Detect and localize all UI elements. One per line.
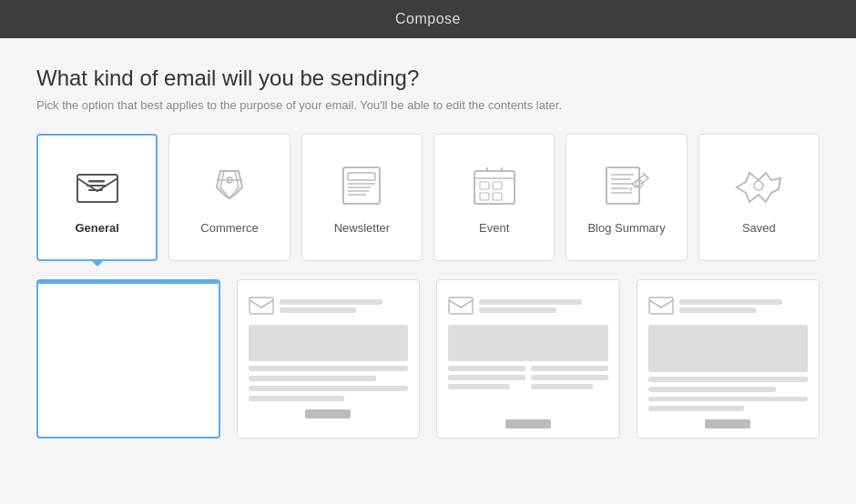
selected-arrow	[90, 259, 105, 267]
svg-rect-32	[449, 297, 473, 314]
tmpl-bar	[531, 366, 608, 371]
svg-rect-17	[480, 182, 489, 189]
tmpl-bar	[448, 366, 525, 371]
tmpl-bar	[280, 299, 382, 305]
type-card-saved[interactable]: Saved	[698, 134, 820, 261]
tmpl-image-block	[648, 325, 808, 372]
tmpl-bar	[679, 307, 757, 313]
selected-top-border	[38, 281, 219, 284]
tmpl-bar	[648, 387, 776, 392]
type-label-event: Event	[479, 221, 509, 235]
tmpl-header	[249, 289, 408, 320]
template-preview-simple	[238, 280, 419, 438]
type-label-blog-summary: Blog Summary	[587, 221, 665, 235]
svg-rect-18	[493, 182, 502, 189]
svg-line-28	[630, 187, 632, 191]
type-card-blog-summary[interactable]: Blog Summary	[566, 134, 687, 261]
type-label-newsletter: Newsletter	[334, 221, 390, 235]
commerce-icon: $	[202, 160, 257, 210]
template-selector	[36, 279, 820, 438]
svg-text:$: $	[227, 176, 230, 183]
type-label-general: General	[76, 221, 119, 235]
tmpl-bar	[648, 397, 808, 402]
tmpl-bar	[479, 307, 556, 313]
template-card-sidebar[interactable]	[637, 279, 820, 438]
tmpl-image-block	[448, 325, 607, 361]
type-card-general[interactable]: General	[36, 134, 158, 261]
saved-icon	[731, 160, 786, 210]
tmpl-bar	[249, 366, 408, 371]
tmpl-btn	[505, 419, 551, 428]
page-subheading: Pick the option that best applies to the…	[36, 98, 820, 112]
type-label-saved: Saved	[742, 221, 776, 235]
tmpl-btn	[305, 409, 351, 418]
svg-rect-1	[88, 180, 105, 183]
tmpl-col-left	[448, 366, 525, 411]
tmpl-image-block	[249, 325, 408, 361]
main-content: What kind of email will you be sending? …	[0, 38, 856, 457]
tmpl-email-svg	[448, 297, 474, 315]
template-card-simple[interactable]	[237, 279, 420, 438]
tmpl-header	[448, 289, 607, 320]
type-label-commerce: Commerce	[200, 221, 259, 235]
tmpl-col-right	[531, 366, 608, 411]
tmpl-bar	[531, 375, 608, 380]
event-icon	[467, 160, 522, 210]
blog-summary-icon	[599, 160, 654, 210]
svg-rect-2	[87, 185, 107, 186]
svg-rect-3	[88, 189, 103, 191]
tmpl-email-svg	[648, 297, 674, 315]
tmpl-btn	[705, 419, 750, 428]
tmpl-bar	[648, 406, 744, 411]
type-card-event[interactable]: Event	[433, 134, 555, 261]
tmpl-bar	[648, 377, 808, 382]
svg-rect-20	[493, 193, 502, 200]
tmpl-bar	[280, 307, 357, 313]
template-preview-two-col	[437, 280, 618, 438]
svg-point-30	[754, 181, 763, 190]
tmpl-email-svg	[249, 297, 274, 315]
tmpl-cols	[448, 366, 607, 411]
tmpl-bar	[679, 299, 782, 305]
tmpl-bar	[531, 384, 593, 389]
template-card-blank[interactable]	[36, 279, 220, 438]
page-heading: What kind of email will you be sending?	[36, 66, 820, 91]
svg-rect-8	[348, 173, 375, 180]
type-card-commerce[interactable]: $ Commerce	[168, 134, 290, 261]
email-type-selector: General $ Commerce News	[36, 134, 820, 261]
title-bar: Compose	[0, 0, 856, 38]
tmpl-bar	[479, 299, 582, 305]
template-card-two-col[interactable]	[436, 279, 619, 438]
tmpl-bar	[448, 375, 525, 380]
svg-rect-31	[250, 297, 273, 314]
svg-rect-33	[649, 297, 673, 314]
svg-rect-19	[480, 193, 489, 200]
tmpl-bar	[249, 376, 376, 381]
tmpl-header	[648, 289, 808, 320]
tmpl-bar	[249, 386, 408, 391]
title-label: Compose	[395, 11, 461, 26]
template-preview-sidebar	[637, 280, 819, 438]
type-card-newsletter[interactable]: Newsletter	[301, 134, 423, 261]
newsletter-icon	[334, 160, 389, 210]
tmpl-bar	[249, 396, 344, 401]
svg-rect-0	[77, 175, 117, 202]
tmpl-bar	[448, 384, 510, 389]
general-icon	[70, 160, 125, 210]
